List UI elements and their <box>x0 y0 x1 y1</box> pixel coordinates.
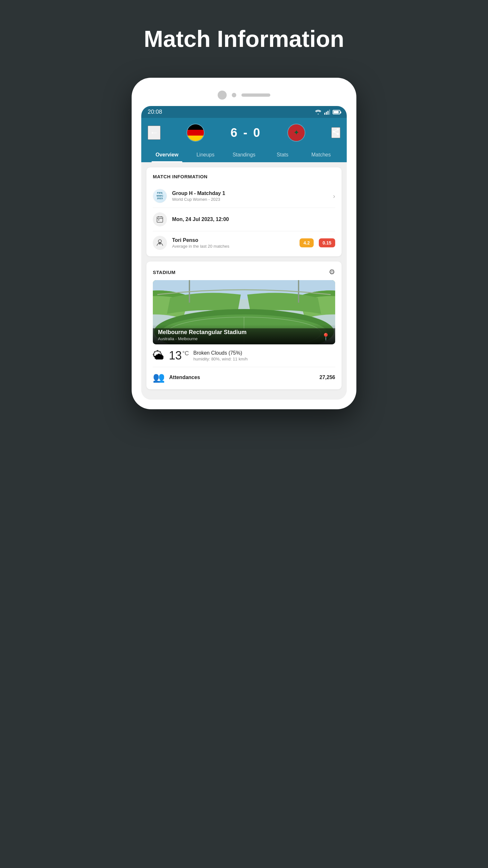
svg-line-8 <box>335 130 337 131</box>
morocco-flag: ✦ <box>287 124 305 142</box>
stadium-location: Australia - Melbourne <box>158 336 247 341</box>
svg-line-7 <box>335 132 337 134</box>
stadium-overlay: Melbourne Rectangular Stadium Australia … <box>153 324 335 344</box>
location-pin-icon[interactable]: 📍 <box>321 333 330 341</box>
attendance-icon: 👥 <box>153 372 165 383</box>
stadium-title: STADIUM <box>153 270 175 275</box>
svg-rect-13 <box>158 219 159 220</box>
tournament-info: Group H - Matchday 1 World Cup Women - 2… <box>172 190 328 202</box>
referee-subtitle: Average in the last 20 matches <box>172 244 294 249</box>
referee-svg <box>156 239 164 247</box>
tab-overview[interactable]: Overview <box>148 148 186 162</box>
svg-rect-1 <box>326 112 327 115</box>
tab-lineups[interactable]: Lineups <box>186 148 225 162</box>
stadium-image: Melbourne Rectangular Stadium Australia … <box>153 280 335 344</box>
status-time: 20:08 <box>148 108 162 115</box>
tournament-row[interactable]: FIFAWWC2023 Group H - Matchday 1 World C… <box>153 184 335 208</box>
temperature-display: 13 °C <box>169 349 189 362</box>
yellow-card-badge: 4.2 <box>299 238 313 247</box>
attendance-label: Attendances <box>169 375 200 380</box>
stadium-header: STADIUM ⚙ <box>153 268 335 276</box>
morocco-star-icon: ✦ <box>293 128 299 137</box>
svg-rect-0 <box>324 113 325 115</box>
back-button[interactable]: ← <box>148 126 161 140</box>
phone-dots <box>232 93 236 97</box>
status-bar: 20:08 <box>141 106 347 118</box>
calendar-icon <box>153 212 167 226</box>
weather-details: humidity: 80%, wind: 11 km/h <box>193 356 335 362</box>
settings-icon[interactable]: ⚙ <box>329 268 335 276</box>
nav-tabs: Overview Lineups Standings Stats Matches <box>148 148 340 162</box>
tab-matches[interactable]: Matches <box>302 148 340 162</box>
weather-icon: 🌥 <box>153 349 164 362</box>
phone-top-bar <box>141 87 347 106</box>
tournament-logo: FIFAWWC2023 <box>153 189 167 203</box>
stadium-card: STADIUM ⚙ <box>147 261 341 389</box>
tournament-name: Group H - Matchday 1 <box>172 190 328 196</box>
phone-speaker <box>241 93 270 97</box>
match-score: 6 - 0 <box>230 126 261 140</box>
svg-rect-9 <box>157 217 163 222</box>
svg-rect-3 <box>329 110 330 115</box>
phone-frame: 20:08 <box>132 78 356 409</box>
weather-row: 🌥 13 °C Broken Clouds (75%) humidity: 80… <box>153 344 335 367</box>
attendance-row: 👥 Attendances 27,256 <box>153 367 335 383</box>
attendance-value: 27,256 <box>320 375 335 380</box>
match-info-title: MATCH INFORMATION <box>153 174 335 179</box>
chevron-right-icon: › <box>333 192 335 200</box>
germany-flag <box>187 124 204 142</box>
svg-rect-2 <box>327 111 328 115</box>
signal-icon <box>324 110 330 115</box>
match-info-card: MATCH INFORMATION FIFAWWC2023 Group H - … <box>147 167 341 256</box>
phone-screen: 20:08 <box>141 106 347 400</box>
weather-description: Broken Clouds (75%) humidity: 80%, wind:… <box>193 350 335 362</box>
battery-icon <box>333 110 340 114</box>
referee-name: Tori Penso <box>172 238 294 243</box>
svg-point-5 <box>333 131 335 133</box>
referee-icon <box>153 236 167 250</box>
tab-stats[interactable]: Stats <box>263 148 302 162</box>
wc-logo-text: FIFAWWC2023 <box>157 192 163 200</box>
calendar-svg <box>156 216 164 223</box>
red-card-badge: 0.15 <box>319 238 335 247</box>
phone-camera <box>218 91 227 100</box>
referee-info: Tori Penso Average in the last 20 matche… <box>172 238 294 249</box>
match-score-row: ← 6 - 0 ✦ <box>148 124 340 148</box>
temperature-unit: °C <box>182 350 189 357</box>
temperature-value: 13 <box>169 349 182 362</box>
date-info: Mon, 24 Jul 2023, 12:00 <box>172 217 335 222</box>
date-row: Mon, 24 Jul 2023, 12:00 <box>153 208 335 231</box>
weather-condition: Broken Clouds (75%) <box>193 350 335 356</box>
share-icon <box>332 128 340 135</box>
match-header: ← 6 - 0 ✦ <box>141 118 347 162</box>
page-title: Match Information <box>144 26 344 52</box>
wifi-icon <box>315 110 322 115</box>
tab-standings[interactable]: Standings <box>225 148 263 162</box>
content-area: MATCH INFORMATION FIFAWWC2023 Group H - … <box>141 162 347 400</box>
referee-row: Tori Penso Average in the last 20 matche… <box>153 231 335 250</box>
status-icons <box>315 110 340 115</box>
match-date: Mon, 24 Jul 2023, 12:00 <box>172 217 335 222</box>
svg-point-4 <box>337 128 339 130</box>
stadium-name: Melbourne Rectangular Stadium <box>158 329 247 336</box>
stadium-info: Melbourne Rectangular Stadium Australia … <box>158 329 247 341</box>
attendance-left: 👥 Attendances <box>153 372 200 383</box>
svg-point-6 <box>337 133 339 135</box>
competition-name: World Cup Women - 2023 <box>172 197 328 202</box>
share-button[interactable] <box>331 127 340 138</box>
